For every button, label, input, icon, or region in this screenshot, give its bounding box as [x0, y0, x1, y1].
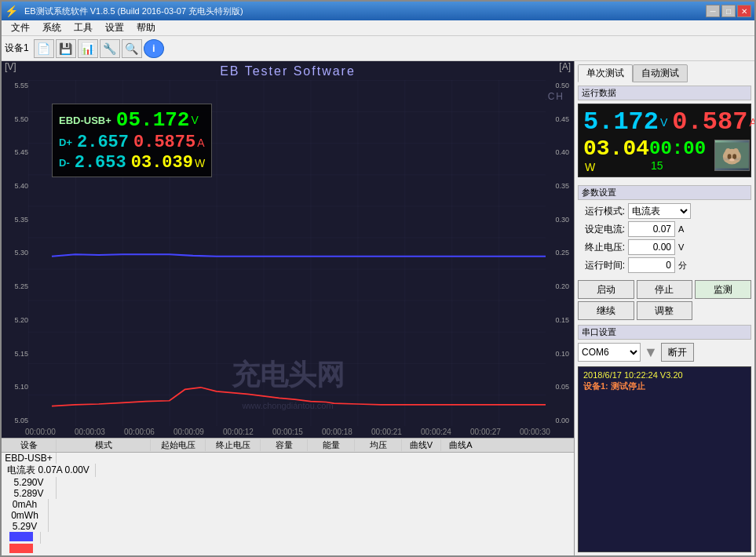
td-cap: 0mAh: [2, 499, 49, 510]
menu-file[interactable]: 文件: [5, 20, 36, 36]
t0: 00:00:00: [25, 428, 56, 436]
y-left-0: 5.55: [6, 82, 28, 89]
tab-auto[interactable]: 自动测试: [633, 64, 688, 82]
stop-button[interactable]: 停止: [637, 280, 693, 299]
th-avg: 均压: [355, 439, 402, 451]
end-voltage-label: 终止电压:: [578, 241, 625, 254]
port-select[interactable]: COM6: [578, 343, 641, 362]
t8: 00:00:24: [421, 428, 451, 436]
td-device: EBD-USB+: [2, 453, 57, 464]
mode-select[interactable]: 电流表: [628, 203, 691, 219]
overlay-current: 0.5875: [133, 133, 195, 152]
end-voltage-input[interactable]: [628, 239, 675, 255]
run-time-input[interactable]: [628, 257, 675, 273]
a-axis-title: [A]: [559, 61, 571, 72]
th-energy: 能量: [308, 439, 355, 451]
t2: 00:00:06: [124, 428, 155, 436]
start-button[interactable]: 启动: [578, 280, 634, 299]
t9: 00:00:27: [470, 428, 501, 436]
info-button[interactable]: i: [144, 39, 164, 58]
save-button[interactable]: 💾: [56, 39, 76, 58]
y-right-6: 0.20: [555, 282, 569, 290]
t3: 00:00:09: [173, 428, 204, 436]
y-right-2: 0.40: [555, 148, 569, 156]
run-time-row: 运行时间: 分: [578, 257, 751, 273]
port-section: 串口设置 COM6 ▼ 断开: [578, 325, 751, 362]
svg-point-9: [733, 154, 737, 159]
table-row: EBD-USB+ 电流表 0.07A 0.00V 5.290V 5.289V 0…: [2, 453, 574, 555]
port-arrow-icon: ▼: [644, 344, 658, 361]
adjust-button[interactable]: 调整: [637, 301, 693, 320]
chart-panel: [V] EB Tester Software [A] ZKETECH 5.55 …: [2, 61, 574, 555]
td-curveV: [2, 532, 41, 544]
overlay-voltage: 05.172: [116, 108, 190, 132]
device-label: 设备1: [5, 42, 29, 55]
digital-display: 5.172 V 0.587 A 03.04 W 00:00: [578, 104, 751, 177]
dd-w-unit: W: [585, 161, 595, 173]
settings-button[interactable]: 🔧: [100, 39, 120, 58]
control-buttons: 启动 停止 监测 继续 调整: [578, 280, 751, 320]
search-button[interactable]: 🔍: [122, 39, 142, 58]
t10: 00:00:30: [520, 428, 550, 436]
dd-a-unit: A: [749, 116, 754, 129]
td-curveA: [2, 544, 41, 555]
th-mode: 模式: [57, 439, 151, 451]
bottom-table: 设备 模式 起始电压 终止电压 容量 能量 均压 曲线V 曲线A EBD-USB…: [2, 438, 574, 555]
port-row: COM6 ▼ 断开: [578, 343, 751, 362]
table-header: 设备 模式 起始电压 终止电压 容量 能量 均压 曲线V 曲线A: [2, 439, 574, 453]
new-button[interactable]: 📄: [34, 39, 54, 58]
menu-settings[interactable]: 设置: [99, 20, 130, 36]
y-left-9: 5.10: [6, 383, 28, 391]
tab-single[interactable]: 单次测试: [578, 64, 633, 82]
minimize-button[interactable]: ─: [706, 5, 720, 17]
close-button[interactable]: ✕: [737, 5, 751, 17]
tabs: 单次测试 自动测试: [578, 64, 751, 82]
t6: 00:00:18: [322, 428, 352, 436]
title-bar: ⚡ EB测试系统软件 V1.8.5 (Build 2016-03-07 充电头特…: [2, 2, 754, 20]
y-left-8: 5.15: [6, 350, 28, 358]
monitor-button[interactable]: 监测: [695, 280, 751, 299]
th-curveA: 曲线A: [441, 439, 480, 451]
maximize-button[interactable]: □: [721, 5, 736, 17]
dd-time-unit: 15: [651, 159, 663, 172]
y-right-0: 0.50: [555, 82, 569, 89]
menu-tools[interactable]: 工具: [68, 20, 99, 36]
y-right-10: 0.00: [555, 417, 569, 424]
y-right-7: 0.15: [555, 316, 569, 324]
y-right-3: 0.35: [555, 182, 569, 190]
t5: 00:00:15: [272, 428, 303, 436]
menu-system[interactable]: 系统: [36, 20, 68, 36]
overlay-power: 03.039: [131, 153, 193, 173]
time-axis: 00:00:00 00:00:03 00:00:06 00:00:09 00:0…: [2, 426, 574, 438]
dd-v-unit: V: [660, 116, 667, 129]
dd-current: 0.587: [672, 107, 747, 137]
overlay-a-unit: A: [197, 137, 204, 149]
dminus-val: 2.653: [75, 153, 126, 173]
th-cap: 容量: [261, 439, 308, 451]
t7: 00:00:21: [371, 428, 402, 436]
y-left-10: 5.05: [6, 417, 28, 424]
mode-label: 运行模式:: [578, 205, 625, 218]
th-curveV: 曲线V: [402, 439, 441, 451]
continue-button[interactable]: 继续: [578, 301, 634, 320]
menu-help[interactable]: 帮助: [130, 20, 162, 36]
dminus-label: D-: [59, 157, 70, 169]
chart-button[interactable]: 📊: [78, 39, 98, 58]
y-axis-left: 5.55 5.50 5.45 5.40 5.35 5.30 5.25 5.20 …: [6, 80, 28, 426]
run-time-label: 运行时间:: [578, 259, 625, 272]
td-avg: 5.29V: [2, 521, 49, 532]
end-voltage-unit: V: [678, 242, 684, 252]
current-input[interactable]: [628, 221, 675, 237]
th-vstart: 起始电压: [151, 439, 206, 451]
th-vend: 终止电压: [206, 439, 261, 451]
mode-row: 运行模式: 电流表: [578, 203, 751, 219]
window-controls: ─ □ ✕: [706, 5, 751, 17]
current-unit: A: [678, 224, 684, 234]
dd-voltage: 5.172: [583, 107, 659, 137]
disconnect-button[interactable]: 断开: [661, 343, 694, 362]
v-axis-title: [V]: [5, 61, 16, 72]
svg-point-8: [728, 154, 732, 159]
params-section: 参数设置 运行模式: 电流表 设定电流: A 终止电压: V: [578, 185, 751, 275]
th-device: 设备: [2, 439, 57, 451]
y-right-8: 0.10: [555, 350, 569, 358]
